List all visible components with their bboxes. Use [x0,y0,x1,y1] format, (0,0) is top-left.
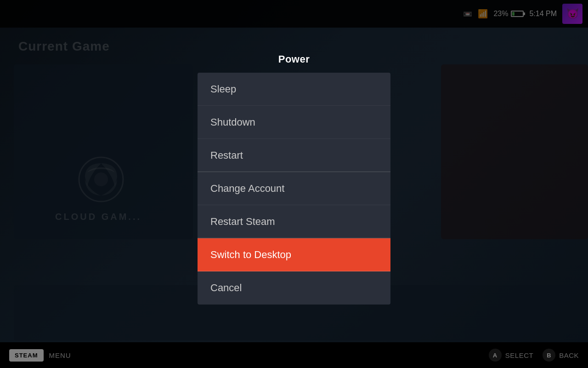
menu-item-cancel[interactable]: Cancel [198,271,390,305]
menu-item-shutdown[interactable]: Shutdown [198,106,390,139]
menu-list: Sleep Shutdown Restart Change Account Re… [198,73,390,305]
menu-item-switch-to-desktop[interactable]: Switch to Desktop [198,238,390,271]
menu-item-restart[interactable]: Restart [198,139,390,172]
power-modal: Power Sleep Shutdown Restart Change Acco… [198,53,390,305]
menu-item-sleep[interactable]: Sleep [198,73,390,106]
menu-item-change-account[interactable]: Change Account [198,172,390,205]
modal-title: Power [198,53,390,65]
menu-item-restart-steam[interactable]: Restart Steam [198,205,390,238]
